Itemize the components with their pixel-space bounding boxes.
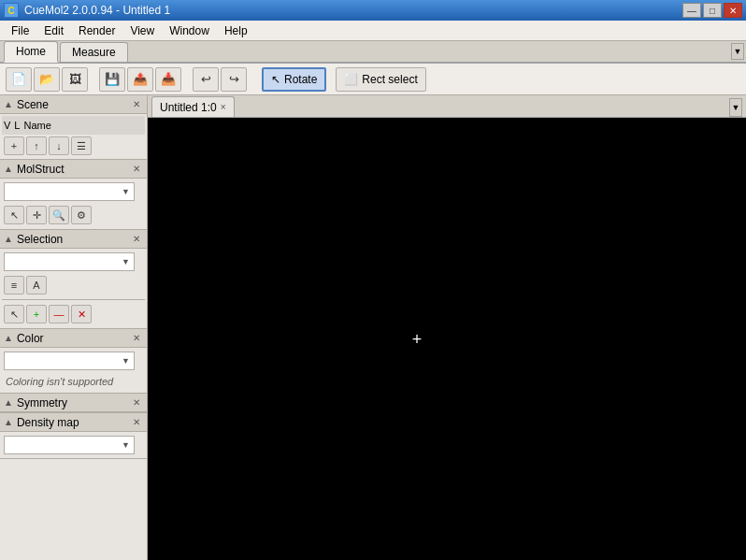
- color-panel-content: ▼ Coloring isn't supported: [0, 348, 147, 393]
- symmetry-panel-close[interactable]: ✕: [130, 396, 143, 409]
- symmetry-panel-title: Symmetry: [17, 396, 67, 409]
- viewer-area: Untitled 1:0 × ▼ +: [148, 95, 746, 560]
- viewer-tab[interactable]: Untitled 1:0 ×: [151, 96, 235, 117]
- symmetry-panel-header[interactable]: ▲ Symmetry ✕: [0, 394, 147, 412]
- rotate-label: Rotate: [284, 73, 317, 86]
- molstruct-zoom-button[interactable]: 🔍: [49, 206, 69, 224]
- cursor-icon-3: ↖: [10, 309, 19, 321]
- viewer-tab-close[interactable]: ×: [221, 102, 226, 112]
- scene-icons-row: + ↑ ↓ ☰: [2, 135, 145, 157]
- selection-action-row: ↖ + — ✕: [2, 302, 145, 326]
- scene-panel-header[interactable]: ▲ Scene ✕: [0, 95, 147, 114]
- selection-panel: ▲ Selection ✕ ▼ ≡ A: [0, 230, 147, 329]
- scene-add-button[interactable]: +: [4, 136, 24, 155]
- toolbar-open-button[interactable]: 📂: [34, 67, 60, 92]
- scene-table-header: V L Name: [2, 116, 145, 135]
- scene-panel-content: V L Name + ↑ ↓ ☰: [0, 114, 147, 159]
- toolbar-undo-button[interactable]: ↩: [193, 67, 219, 92]
- rect-select-button[interactable]: ⬜ Rect select: [336, 67, 425, 92]
- toolbar-redo-button[interactable]: ↪: [221, 67, 247, 92]
- toolbar-import-button[interactable]: 📥: [155, 67, 181, 92]
- symmetry-panel: ▲ Symmetry ✕: [0, 394, 147, 413]
- menu-render[interactable]: Render: [71, 22, 122, 39]
- selection-dropdown[interactable]: ▼: [4, 252, 135, 271]
- density-panel-title: Density map: [17, 416, 79, 429]
- scene-panel-close[interactable]: ✕: [130, 98, 143, 111]
- menu-window[interactable]: Window: [162, 22, 217, 39]
- molstruct-extra-button[interactable]: ⚙: [71, 206, 92, 224]
- density-collapse-icon: ▲: [4, 417, 13, 427]
- tabs-scroll-button[interactable]: ▼: [731, 43, 744, 60]
- color-unsupported-text: Coloring isn't supported: [2, 372, 145, 391]
- clear-icon: ✕: [78, 309, 86, 321]
- tab-home[interactable]: Home: [4, 41, 58, 63]
- crosshair-cursor: +: [412, 331, 423, 348]
- scene-move-up-button[interactable]: ↑: [26, 136, 47, 155]
- molstruct-collapse-icon: ▲: [4, 164, 13, 174]
- menu-file[interactable]: File: [4, 22, 36, 39]
- rect-select-label: Rect select: [362, 73, 417, 86]
- undo-icon: ↩: [201, 72, 211, 86]
- density-panel-close[interactable]: ✕: [130, 416, 143, 429]
- scene-col-l: L: [14, 120, 20, 131]
- selection-add-button[interactable]: +: [26, 305, 47, 323]
- maximize-button[interactable]: □: [703, 3, 722, 18]
- density-panel: ▲ Density map ✕ ▼: [0, 413, 147, 459]
- color-dropdown-arrow: ▼: [122, 356, 130, 366]
- tab-measure[interactable]: Measure: [60, 42, 128, 62]
- scene-menu-button[interactable]: ☰: [71, 136, 92, 155]
- molstruct-dropdown-arrow: ▼: [122, 187, 130, 196]
- window-title: CueMol2 2.0.0.94 - Untitled 1: [24, 4, 170, 17]
- minimize-button[interactable]: —: [682, 3, 701, 18]
- selection-label-button[interactable]: A: [26, 276, 47, 294]
- toolbar-save-button[interactable]: 💾: [99, 67, 125, 92]
- color-panel-header[interactable]: ▲ Color ✕: [0, 329, 147, 348]
- molstruct-dropdown[interactable]: ▼: [4, 182, 135, 201]
- canvas-area[interactable]: +: [148, 118, 746, 560]
- selection-text-button[interactable]: ≡: [4, 276, 24, 294]
- arrow-up-icon: ↑: [34, 140, 39, 151]
- molstruct-icons-row: ↖ ✛ 🔍 ⚙: [2, 203, 145, 227]
- menu-help[interactable]: Help: [217, 22, 255, 39]
- density-dropdown[interactable]: ▼: [4, 436, 135, 454]
- menu-view[interactable]: View: [122, 22, 162, 39]
- close-button[interactable]: ✕: [724, 3, 742, 18]
- color-dropdown[interactable]: ▼: [4, 352, 135, 370]
- save-icon: 💾: [105, 72, 120, 86]
- selection-dropdown-arrow: ▼: [122, 257, 130, 266]
- zoom-icon: 🔍: [52, 209, 65, 222]
- selection-panel-header[interactable]: ▲ Selection ✕: [0, 230, 147, 249]
- molstruct-move-button[interactable]: ✛: [26, 206, 47, 224]
- selection-remove-button[interactable]: —: [49, 305, 69, 323]
- scene-collapse-icon: ▲: [4, 99, 13, 109]
- molstruct-panel-header[interactable]: ▲ MolStruct ✕: [0, 160, 147, 179]
- density-panel-content: ▼: [0, 432, 147, 458]
- rotate-button[interactable]: ↖ Rotate: [262, 67, 326, 92]
- selection-panel-close[interactable]: ✕: [130, 233, 143, 246]
- menu-edit[interactable]: Edit: [36, 22, 71, 39]
- color-panel-close[interactable]: ✕: [130, 332, 143, 345]
- open-image-icon: 🖼: [69, 72, 81, 86]
- molstruct-panel-content: ▼ ↖ ✛ 🔍 ⚙: [0, 179, 147, 229]
- molstruct-panel-close[interactable]: ✕: [130, 163, 143, 176]
- symmetry-collapse-icon: ▲: [4, 397, 13, 408]
- molstruct-panel-title: MolStruct: [17, 163, 65, 176]
- density-panel-header[interactable]: ▲ Density map ✕: [0, 413, 147, 432]
- scene-panel-title: Scene: [17, 98, 49, 111]
- move-icon: ✛: [33, 209, 41, 222]
- color-panel: ▲ Color ✕ ▼ Coloring isn't supported: [0, 329, 147, 394]
- scene-col-v: V: [4, 120, 10, 131]
- viewer-tabs: Untitled 1:0 × ▼: [148, 95, 746, 118]
- molstruct-cursor-button[interactable]: ↖: [4, 206, 24, 224]
- selection-cursor-button[interactable]: ↖: [4, 305, 24, 323]
- selection-panel-title: Selection: [17, 233, 63, 246]
- menu-icon: ☰: [77, 140, 86, 152]
- toolbar-open2-button[interactable]: 🖼: [62, 67, 88, 92]
- selection-clear-button[interactable]: ✕: [71, 305, 92, 323]
- open-folder-icon: 📂: [39, 72, 54, 86]
- toolbar-new-button[interactable]: 📄: [6, 67, 32, 92]
- viewer-tab-scroll[interactable]: ▼: [729, 98, 742, 117]
- scene-move-down-button[interactable]: ↓: [49, 136, 69, 155]
- toolbar-save-as-button[interactable]: 📤: [127, 67, 153, 92]
- cursor-icon-2: ↖: [10, 209, 19, 222]
